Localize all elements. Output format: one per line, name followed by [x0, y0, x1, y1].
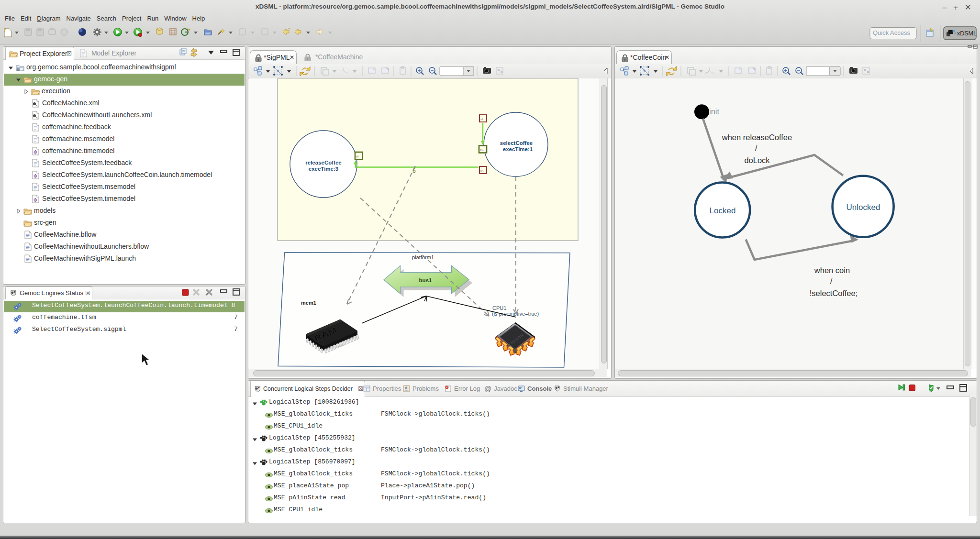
svg-text:execTime:3: execTime:3 [309, 166, 338, 172]
svg-text:CPU1: CPU1 [492, 305, 506, 311]
svg-text:/: / [830, 277, 833, 286]
svg-text:pA..: pA.. [480, 149, 484, 151]
svg-text:execTime:1: execTime:1 [503, 146, 533, 152]
svg-text:!selectCoffee;: !selectCoffee; [810, 289, 858, 297]
svg-text:Quick Access: Quick Access [873, 29, 911, 36]
svg-text:when releaseCoffee: when releaseCoffee [722, 133, 792, 142]
svg-text:when coin: when coin [814, 266, 850, 275]
svg-text:pA..: pA.. [480, 170, 484, 172]
svg-text:selectCoffee: selectCoffee [500, 140, 533, 146]
svg-text:pA..: pA.. [356, 155, 360, 158]
svg-text:mem1: mem1 [301, 300, 316, 306]
svg-text:bus1: bus1 [419, 277, 432, 283]
svg-text:pA..: pA.. [480, 118, 484, 121]
svg-text:/: / [755, 144, 757, 153]
svg-text:doLock: doLock [744, 156, 770, 165]
svg-text:Unlocked: Unlocked [846, 203, 880, 212]
svg-text:xDSML: xDSML [957, 30, 977, 37]
svg-text:releaseCoffee: releaseCoffee [305, 160, 341, 165]
svg-text:init: init [709, 107, 720, 116]
svg-text:Locked: Locked [710, 206, 736, 215]
